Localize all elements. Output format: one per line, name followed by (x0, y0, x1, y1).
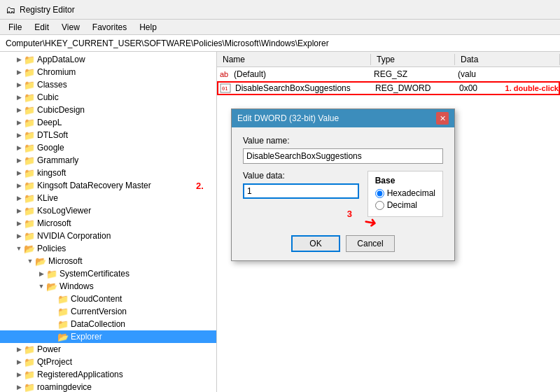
folder-icon: 📁 (24, 80, 35, 90)
step2-label: 2. (196, 181, 204, 191)
reg-type-disable-search: REG_DWORD (372, 83, 456, 93)
svg-text:01: 01 (222, 86, 227, 92)
value-data-input[interactable] (243, 183, 359, 199)
address-bar: Computer\HKEY_CURRENT_USER\SOFTWARE\Poli… (0, 35, 560, 52)
dialog-body: Value name: Value data: Base Hexadecimal… (232, 127, 454, 260)
expand-arrow (14, 81, 24, 88)
menu-bar: File Edit View Favorites Help (0, 20, 560, 35)
ok-button[interactable]: OK (291, 235, 340, 252)
reg-entry-disable-search[interactable]: 01 DisableSearchBoxSuggestions REG_DWORD… (217, 81, 560, 95)
expand-arrow (14, 384, 24, 391)
folder-icon: 📁 (57, 294, 69, 304)
tree-item-kingsoft[interactable]: 📁 kingsoft (0, 167, 216, 179)
tree-item-registered-apps[interactable]: 📁 RegisteredApplications (0, 368, 216, 381)
expand-arrow (14, 371, 24, 378)
dialog-data-row: Value data: Base Hexadecimal Decimal (243, 171, 443, 217)
menu-file[interactable]: File (3, 21, 27, 34)
expand-arrow (36, 283, 46, 290)
tree-item-microsoft[interactable]: 📁 Microsoft (0, 217, 216, 230)
folder-icon: 📂 (35, 256, 46, 267)
tree-item-systemcerts[interactable]: 📁 SystemCertificates (0, 267, 216, 280)
dialog-title-bar: Edit DWORD (32-bit) Value ✕ (232, 109, 454, 127)
folder-icon: 📂 (24, 244, 35, 254)
expand-arrow (14, 358, 24, 365)
menu-help[interactable]: Help (134, 21, 162, 34)
tree-item-dtlsoft[interactable]: 📁 DTLSoft (0, 129, 216, 141)
folder-icon: 📁 (24, 344, 35, 355)
tree-item-appdatalow[interactable]: 📁 AppDataLow (0, 53, 216, 66)
folder-icon: 📁 (57, 319, 69, 330)
folder-icon: 📂 (46, 281, 57, 292)
folder-icon: 📁 (24, 130, 35, 141)
expand-arrow (14, 232, 24, 239)
tree-item-google[interactable]: 📁 Google (0, 141, 216, 154)
tree-item-windows[interactable]: 📂 Windows (0, 280, 216, 293)
hex-radio-row: Hexadecimal (375, 188, 435, 198)
tree-item-cubicdesign[interactable]: 📁 CubicDesign (0, 104, 216, 116)
folder-icon: 📁 (24, 92, 35, 103)
tree-panel[interactable]: 📁 AppDataLow 📁 Chromium 📁 Classes 📁 Cubi… (0, 52, 217, 392)
tree-item-cubic[interactable]: 📁 Cubic (0, 91, 216, 104)
hex-label: Hexadecimal (387, 188, 435, 198)
expand-arrow (14, 207, 24, 214)
tree-item-nvidia[interactable]: 📁 NVIDIA Corporation (0, 230, 216, 242)
value-name-label: Value name: (243, 136, 443, 146)
tree-item-qtproject[interactable]: 📁 QtProject (0, 356, 216, 368)
step3-label: 3 (347, 209, 352, 219)
tree-item-ksologviewer[interactable]: 📁 KsoLogViewer (0, 204, 216, 217)
tree-item-policies-microsoft[interactable]: 📂 Microsoft (0, 255, 216, 267)
tree-item-chromium[interactable]: 📁 Chromium (0, 66, 216, 78)
tree-item-power[interactable]: 📁 Power (0, 343, 216, 356)
app-icon: 🗂 (6, 4, 15, 15)
title-bar: 🗂 Registry Editor (0, 0, 560, 20)
expand-arrow (25, 258, 35, 265)
cancel-button[interactable]: Cancel (346, 235, 395, 252)
expand-arrow (14, 94, 24, 101)
reg-name-default: (Default) (231, 69, 371, 79)
tree-item-datacollection[interactable]: 📁 DataCollection (0, 318, 216, 330)
folder-icon: 📁 (24, 231, 35, 241)
expand-arrow (14, 119, 24, 126)
hex-radio[interactable] (375, 189, 384, 198)
reg-type-default: REG_SZ (371, 69, 455, 79)
dialog-title-text: Edit DWORD (32-bit) Value (237, 113, 339, 123)
folder-icon: 📁 (24, 55, 35, 65)
expand-arrow (14, 195, 24, 202)
app-title: Registry Editor (20, 5, 75, 15)
reg-entry-default[interactable]: ab (Default) REG_SZ (valu (217, 67, 560, 81)
expand-arrow (14, 220, 24, 227)
tree-item-cloudcontent[interactable]: 📁 CloudContent (0, 293, 216, 305)
tree-item-roamingdevice[interactable]: 📁 roamingdevice (0, 381, 216, 392)
reg-data-disable-search: 0x00 (456, 83, 503, 93)
tree-item-policies[interactable]: 📂 Policies (0, 242, 216, 255)
expand-arrow (14, 157, 24, 164)
folder-icon: 📁 (57, 307, 69, 317)
menu-view[interactable]: View (56, 21, 85, 34)
tree-item-grammarly[interactable]: 📁 Grammarly (0, 154, 216, 167)
dialog-close-button[interactable]: ✕ (436, 112, 449, 125)
value-name-input[interactable] (243, 148, 443, 164)
expand-arrow (36, 270, 46, 277)
folder-icon: 📁 (24, 218, 35, 229)
reg-data-default: (valu (455, 69, 560, 79)
tree-item-classes[interactable]: 📁 Classes (0, 78, 216, 91)
col-header-type: Type (371, 54, 455, 65)
tree-item-currentversion[interactable]: 📁 CurrentVersion (0, 305, 216, 318)
edit-dword-dialog: Edit DWORD (32-bit) Value ✕ Value name: … (231, 108, 455, 261)
tree-item-deepl[interactable]: 📁 DeepL (0, 116, 216, 129)
tree-item-kingsoft-dr[interactable]: 📁 Kingsoft DataRecovery Master (0, 179, 216, 192)
folder-icon: 📁 (24, 67, 35, 78)
folder-icon: 📁 (24, 357, 35, 368)
dec-label: Decimal (387, 200, 417, 210)
dec-radio[interactable] (375, 201, 384, 210)
tree-item-explorer[interactable]: 📂 Explorer (0, 330, 216, 343)
menu-favorites[interactable]: Favorites (87, 21, 132, 34)
reg-icon-string: ab (217, 70, 231, 78)
folder-icon: 📁 (24, 206, 35, 216)
menu-edit[interactable]: Edit (29, 21, 55, 34)
expand-arrow (14, 144, 24, 151)
address-path: Computer\HKEY_CURRENT_USER\SOFTWARE\Poli… (6, 38, 329, 48)
value-data-label: Value data: (243, 171, 359, 181)
dialog-buttons: OK Cancel (243, 235, 443, 252)
tree-item-klive[interactable]: 📁 KLive (0, 192, 216, 204)
